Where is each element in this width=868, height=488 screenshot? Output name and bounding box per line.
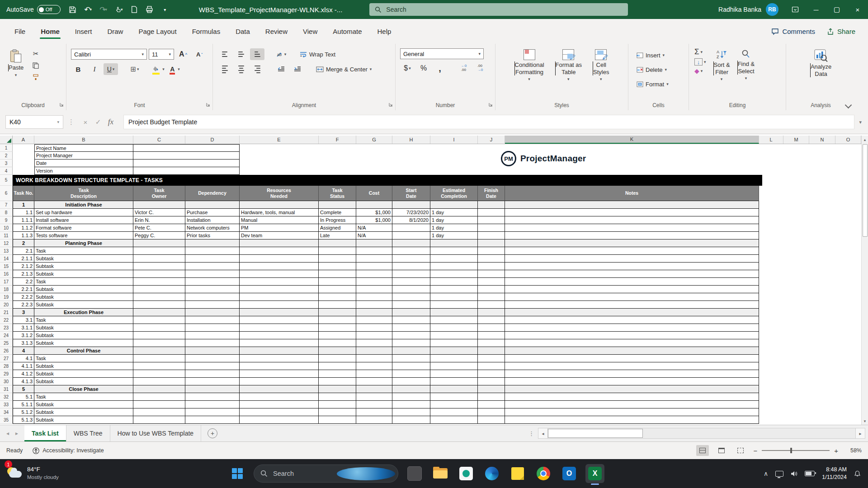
cell[interactable] [392,385,430,393]
format-as-table-button[interactable]: 🖉 Format as Table▾ [552,47,586,84]
cell[interactable] [430,286,478,293]
cell[interactable]: 1.1.1 [13,216,34,224]
cell[interactable] [430,393,478,401]
cell[interactable] [392,255,430,263]
cell[interactable]: Subtask [34,263,133,270]
font-name-select[interactable]: Calibri▾ [71,49,147,60]
increase-decimal-button[interactable]: ←0.00 [457,62,471,74]
cell[interactable] [430,378,478,385]
cell[interactable] [478,401,505,408]
cell[interactable]: Subtask [34,370,133,378]
align-left-button[interactable] [217,63,232,75]
horizontal-scroll-thumb[interactable] [548,429,643,438]
cell[interactable]: 5.1 [13,393,34,401]
cell[interactable]: 1.1.2 [13,224,34,232]
save-button[interactable] [66,3,80,16]
cell[interactable] [356,239,392,247]
cell[interactable] [392,416,430,424]
cell[interactable]: Control Phase [34,347,133,355]
cell[interactable] [185,416,240,424]
column-header-I[interactable]: I [430,136,478,144]
row-header-14[interactable]: 14 [0,255,13,263]
cell[interactable] [319,270,356,278]
cell[interactable] [185,278,240,286]
cell[interactable] [185,385,240,393]
cell[interactable] [356,309,392,316]
cell[interactable] [240,393,319,401]
cell[interactable] [240,416,319,424]
format-painter-icon[interactable] [30,72,42,83]
column-header-A[interactable]: A [13,136,34,144]
wrap-text-button[interactable]: Wrap Text [298,48,337,60]
column-header-N[interactable]: N [809,136,835,144]
cell[interactable] [505,385,759,393]
cell[interactable] [319,408,356,416]
row-header-10[interactable]: 10 [0,224,13,232]
cell[interactable] [240,339,319,347]
cell[interactable] [356,393,392,401]
new-file-button[interactable] [127,3,141,16]
row-header-2[interactable]: 2 [0,152,13,160]
cell[interactable]: 3.1.3 [13,339,34,347]
cell[interactable] [133,286,185,293]
cell[interactable]: Subtask [34,301,133,309]
cell[interactable] [240,362,319,370]
cell[interactable]: 1 day [430,209,478,216]
cell[interactable]: Close Phase [34,385,133,393]
cell[interactable] [430,385,478,393]
cell[interactable] [430,309,478,316]
cell[interactable] [133,416,185,424]
column-header-C[interactable]: C [133,136,185,144]
cell[interactable] [392,201,430,209]
cell-styles-button[interactable]: 🖉 Cell Styles▾ [589,47,613,84]
cell[interactable] [133,393,185,401]
cell[interactable] [478,247,505,255]
cell[interactable] [185,270,240,278]
table-header-cell[interactable]: Task No. [13,186,34,201]
print-preview-button[interactable] [143,3,156,16]
battery-icon[interactable] [805,471,815,476]
cell-info-value[interactable] [133,152,240,160]
cell[interactable] [430,247,478,255]
autosum-button[interactable]: Σ▾ [694,47,706,56]
cell[interactable]: Installation [185,216,240,224]
underline-button[interactable]: U▾ [104,63,118,75]
title-search-box[interactable]: Search [369,3,628,16]
table-header-cell[interactable]: TaskStatus [319,186,356,201]
cell-info-value[interactable] [133,167,240,175]
page-break-view-button[interactable] [734,445,747,456]
cell[interactable] [319,393,356,401]
cell[interactable]: 2.1 [13,247,34,255]
column-header-O[interactable]: O [835,136,861,144]
cell[interactable] [392,263,430,270]
cell[interactable]: 1 [13,201,34,209]
cell[interactable] [356,293,392,301]
cell[interactable]: Assigned [319,224,356,232]
row-header-20[interactable]: 20 [0,301,13,309]
copy-icon[interactable] [30,60,42,71]
cell[interactable]: N/A [356,232,392,239]
cell[interactable]: 3.1.2 [13,332,34,339]
tab-data[interactable]: Data [229,23,256,40]
cell[interactable]: $1,000 [356,209,392,216]
cell[interactable] [392,316,430,324]
cell[interactable] [185,301,240,309]
fill-button[interactable]: ↓▾ [694,58,706,66]
cell[interactable]: 2.2.3 [13,301,34,309]
cell[interactable] [430,416,478,424]
cell[interactable] [478,393,505,401]
cell[interactable]: Subtask [34,401,133,408]
cell[interactable] [505,355,759,362]
enter-formula-icon[interactable]: ✓ [92,118,104,126]
cell[interactable]: 3.1.1 [13,324,34,332]
cell[interactable]: Task [34,247,133,255]
undo-button[interactable]: ↶▾ [81,3,95,16]
cell[interactable] [392,239,430,247]
cell[interactable]: 1 day [430,216,478,224]
row-header-15[interactable]: 15 [0,263,13,270]
cell[interactable] [319,255,356,263]
cell[interactable] [319,278,356,286]
align-top-button[interactable] [217,48,232,60]
cell[interactable] [392,362,430,370]
scroll-left-icon[interactable]: ◂ [538,428,548,439]
